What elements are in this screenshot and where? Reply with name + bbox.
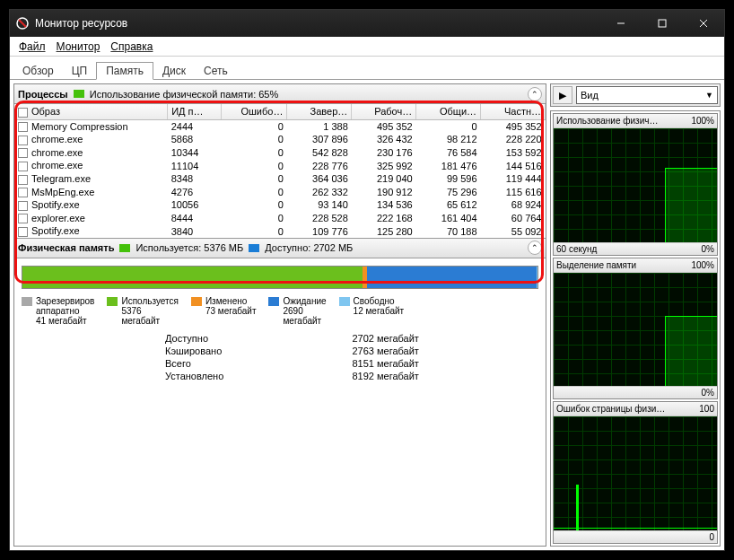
row-checkbox[interactable] bbox=[18, 175, 28, 185]
chart-phys-usage: Использование физич…100% 60 секунд0% bbox=[553, 113, 718, 256]
phys-avail-label: Доступно: 2702 МБ bbox=[265, 242, 353, 253]
leg-standby: Ожидание2690 мегабайт bbox=[268, 296, 326, 326]
table-row[interactable]: Spotify.exe 38400109 776 125 28070 18855… bbox=[14, 224, 546, 238]
physical-memory-panel: Физическая память Используется: 5376 МБ … bbox=[14, 238, 546, 389]
leg-reserved: Зарезервироваппаратно41 мегабайт bbox=[22, 296, 94, 326]
row-checkbox[interactable] bbox=[18, 227, 28, 237]
menu-monitor[interactable]: Монитор bbox=[51, 40, 106, 53]
close-button[interactable] bbox=[683, 10, 724, 37]
phys-header[interactable]: Физическая память Используется: 5376 МБ … bbox=[14, 239, 546, 258]
row-checkbox[interactable] bbox=[18, 214, 28, 223]
leg-free: Свободно12 мегабайт bbox=[339, 296, 405, 326]
row-checkbox[interactable] bbox=[18, 201, 28, 211]
row-checkbox[interactable] bbox=[18, 148, 28, 158]
svg-rect-3 bbox=[659, 20, 666, 27]
collapse-processes-button[interactable]: ⌃ bbox=[528, 87, 542, 101]
processes-panel: Процессы Использование физической памяти… bbox=[14, 84, 546, 238]
side-column: ▶ Вид▼ Использование физич…100% 60 секун… bbox=[550, 83, 721, 547]
table-row[interactable]: Telegram.exe 83480364 036 219 04099 5961… bbox=[14, 172, 546, 186]
row-checkbox[interactable] bbox=[18, 188, 28, 197]
row-checkbox[interactable] bbox=[18, 122, 28, 132]
processes-table: Образ ИД п… Ошибо… Завер… Рабоч… Общи… Ч… bbox=[14, 104, 546, 238]
col-faults[interactable]: Ошибо… bbox=[222, 104, 287, 119]
leg-modified: Изменено73 мегабайт bbox=[191, 296, 257, 326]
table-row[interactable]: chrome.exe 103440542 828 230 17676 58415… bbox=[14, 146, 546, 160]
col-commit[interactable]: Завер… bbox=[287, 104, 352, 119]
processes-header[interactable]: Процессы Использование физической памяти… bbox=[14, 84, 546, 104]
chart-page-faults: Ошибок страницы физи…100 0 bbox=[553, 401, 718, 544]
tab-disk[interactable]: Диск bbox=[153, 63, 195, 79]
leg-in-use: Используется5376 мегабайт bbox=[107, 296, 178, 326]
select-all-checkbox[interactable] bbox=[18, 108, 28, 118]
col-pid[interactable]: ИД п… bbox=[168, 104, 222, 119]
tab-cpu[interactable]: ЦП bbox=[63, 63, 97, 79]
bar-free bbox=[537, 267, 537, 288]
bar-in-use bbox=[22, 267, 363, 288]
bar-standby bbox=[367, 267, 537, 288]
collapse-side-button[interactable]: ▶ bbox=[553, 86, 572, 104]
memory-legend: Зарезервироваппаратно41 мегабайт Использ… bbox=[22, 296, 538, 326]
phys-inuse-label: Используется: 5376 МБ bbox=[135, 242, 243, 253]
memory-stats: Доступно2702 мегабайт Кэшировано2763 мег… bbox=[165, 333, 538, 381]
row-checkbox[interactable] bbox=[18, 136, 28, 145]
memory-bar bbox=[22, 266, 538, 289]
maximize-button[interactable] bbox=[642, 10, 683, 37]
table-row[interactable]: MsMpEng.exe 42760262 332 190 91275 29611… bbox=[14, 186, 546, 199]
menubar: Файл Монитор Справка bbox=[10, 37, 724, 57]
side-toolbar: ▶ Вид▼ bbox=[550, 83, 721, 107]
col-shareable[interactable]: Общи… bbox=[416, 104, 481, 119]
table-row[interactable]: explorer.exe 84440228 528 222 168161 404… bbox=[14, 212, 546, 225]
resource-monitor-window: Монитор ресурсов Файл Монитор Справка Об… bbox=[9, 9, 725, 551]
table-row[interactable]: Memory Compression 244401 388 495 352049… bbox=[14, 119, 546, 133]
row-checkbox[interactable] bbox=[18, 162, 28, 171]
col-image[interactable]: Образ bbox=[14, 104, 168, 119]
view-dropdown[interactable]: Вид▼ bbox=[576, 86, 718, 104]
tab-memory[interactable]: Память bbox=[96, 62, 153, 80]
processes-title: Процессы bbox=[18, 89, 68, 100]
col-private[interactable]: Частн… bbox=[481, 104, 546, 119]
table-row[interactable]: chrome.exe 58680307 896 326 43298 212228… bbox=[14, 133, 546, 146]
phys-inuse-icon bbox=[119, 244, 130, 252]
col-ws[interactable]: Рабоч… bbox=[352, 104, 416, 119]
collapse-phys-button[interactable]: ⌃ bbox=[528, 241, 542, 255]
tabbar: Обзор ЦП Память Диск Сеть bbox=[10, 57, 724, 80]
menu-file[interactable]: Файл bbox=[13, 40, 51, 53]
main-column: Процессы Использование физической памяти… bbox=[13, 83, 546, 547]
table-row[interactable]: chrome.exe 111040228 776 325 992181 4761… bbox=[14, 159, 546, 172]
svg-line-1 bbox=[19, 20, 26, 27]
phys-title: Физическая память bbox=[18, 242, 114, 253]
tab-network[interactable]: Сеть bbox=[195, 63, 237, 79]
phys-avail-icon bbox=[249, 244, 259, 252]
usage-indicator-icon bbox=[74, 90, 84, 98]
chevron-down-icon: ▼ bbox=[705, 91, 713, 100]
chart-commit: Выделение памяти100% 0% bbox=[553, 258, 718, 400]
usage-label: Использование физической памяти: 65% bbox=[90, 89, 279, 100]
app-icon bbox=[15, 16, 30, 31]
window-title: Монитор ресурсов bbox=[35, 17, 600, 30]
table-row[interactable]: Spotify.exe 10056093 140 134 53665 61268… bbox=[14, 198, 546, 212]
menu-help[interactable]: Справка bbox=[105, 40, 158, 53]
tab-overview[interactable]: Обзор bbox=[13, 63, 63, 79]
titlebar: Монитор ресурсов bbox=[10, 10, 724, 37]
minimize-button[interactable] bbox=[600, 10, 642, 37]
